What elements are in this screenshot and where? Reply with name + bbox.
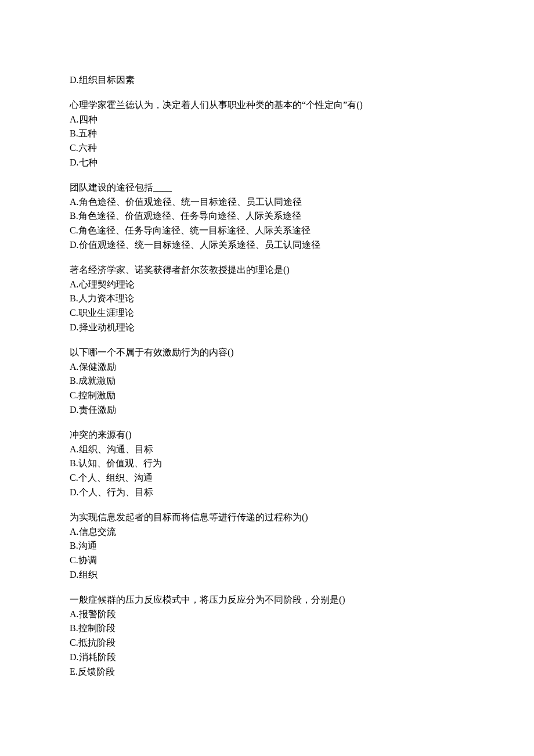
question-option: B.成就激励 bbox=[70, 374, 464, 388]
question-block: 团队建设的途径包括____ A.角色途径、价值观途径、统一目标途径、员工认同途径… bbox=[70, 181, 464, 253]
question-stem: 以下哪一个不属于有效激励行为的内容() bbox=[70, 345, 464, 360]
question-block: 冲突的来源有() A.组织、沟通、目标 B.认知、价值观、行为 C.个人、组织、… bbox=[70, 428, 464, 500]
question-option: D.七种 bbox=[70, 156, 464, 170]
question-option: C.个人、组织、沟通 bbox=[70, 471, 464, 485]
question-block: 为实现信息发起者的目标而将信息等进行传递的过程称为() A.信息交流 B.沟通 … bbox=[70, 510, 464, 582]
question-option: C.协调 bbox=[70, 553, 464, 568]
question-option: B.认知、价值观、行为 bbox=[70, 456, 464, 471]
question-block: 一般症候群的压力反应模式中，将压力反应分为不同阶段，分别是() A.报警阶段 B… bbox=[70, 593, 464, 679]
question-option: B.角色途径、价值观途径、任务导向途径、人际关系途径 bbox=[70, 209, 464, 224]
question-option: B.沟通 bbox=[70, 539, 464, 553]
question-block: 著名经济学家、诺奖获得者舒尔茨教授提出的理论是() A.心理契约理论 B.人力资… bbox=[70, 263, 464, 335]
question-option: C.职业生涯理论 bbox=[70, 306, 464, 321]
question-option: A.角色途径、价值观途径、统一目标途径、员工认同途径 bbox=[70, 195, 464, 210]
question-option: C.角色途径、任务导向途径、统一目标途径、人际关系途径 bbox=[70, 224, 464, 238]
question-stem: 一般症候群的压力反应模式中，将压力反应分为不同阶段，分别是() bbox=[70, 593, 464, 607]
question-block: 心理学家霍兰德认为，决定着人们从事职业种类的基本的“个性定向”有() A.四种 … bbox=[70, 98, 464, 170]
question-option: A.信息交流 bbox=[70, 525, 464, 539]
question-option: D.价值观途径、统一目标途径、人际关系途径、员工认同途径 bbox=[70, 238, 464, 253]
question-option: C.控制激励 bbox=[70, 388, 464, 403]
question-option: E.反馈阶段 bbox=[70, 665, 464, 679]
question-option: B.五种 bbox=[70, 127, 464, 141]
question-option: A.保健激励 bbox=[70, 360, 464, 375]
question-option: D.择业动机理论 bbox=[70, 321, 464, 335]
question-stem: 团队建设的途径包括____ bbox=[70, 181, 464, 195]
question-option: B.人力资本理论 bbox=[70, 291, 464, 306]
question-option: C.抵抗阶段 bbox=[70, 636, 464, 650]
question-block: 以下哪一个不属于有效激励行为的内容() A.保健激励 B.成就激励 C.控制激励… bbox=[70, 345, 464, 417]
question-option: A.心理契约理论 bbox=[70, 278, 464, 292]
question-stem: 著名经济学家、诺奖获得者舒尔茨教授提出的理论是() bbox=[70, 263, 464, 278]
question-stem: 为实现信息发起者的目标而将信息等进行传递的过程称为() bbox=[70, 510, 464, 525]
question-stem: 心理学家霍兰德认为，决定着人们从事职业种类的基本的“个性定向”有() bbox=[70, 98, 464, 113]
document-page: D.组织目标因素 心理学家霍兰德认为，决定着人们从事职业种类的基本的“个性定向”… bbox=[0, 0, 534, 756]
question-option: A.报警阶段 bbox=[70, 607, 464, 622]
question-option: D.消耗阶段 bbox=[70, 650, 464, 665]
question-option: C.六种 bbox=[70, 141, 464, 156]
orphan-option: D.组织目标因素 bbox=[70, 73, 464, 88]
question-option: D.个人、行为、目标 bbox=[70, 485, 464, 500]
question-option: A.四种 bbox=[70, 113, 464, 127]
question-option: D.组织 bbox=[70, 568, 464, 582]
question-option: D.责任激励 bbox=[70, 403, 464, 417]
question-option: B.控制阶段 bbox=[70, 621, 464, 636]
question-stem: 冲突的来源有() bbox=[70, 428, 464, 442]
question-option: A.组织、沟通、目标 bbox=[70, 442, 464, 457]
